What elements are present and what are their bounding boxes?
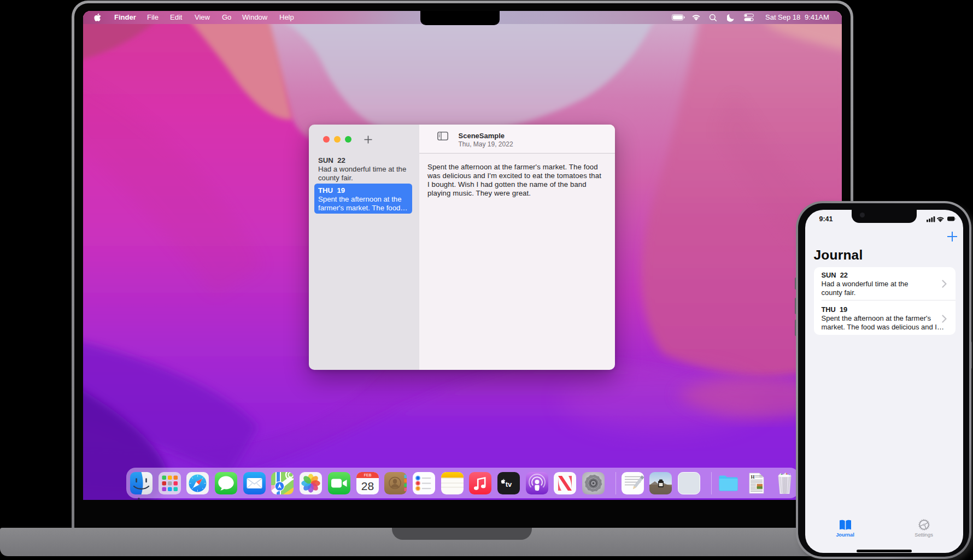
svg-text:28: 28 <box>361 480 373 492</box>
svg-text:tv: tv <box>506 480 512 488</box>
svg-text:H: H <box>751 474 755 480</box>
svg-text:FEB: FEB <box>364 473 371 477</box>
